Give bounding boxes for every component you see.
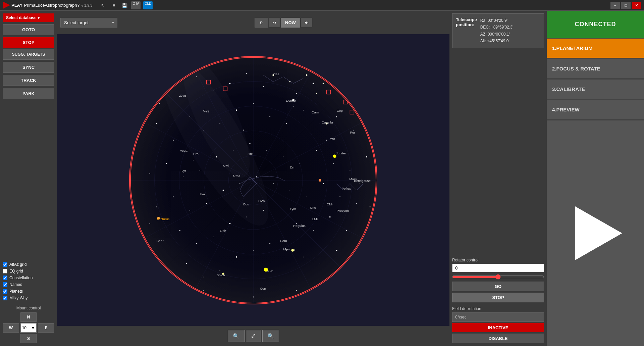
svg-point-82 bbox=[346, 230, 347, 231]
now-button[interactable]: NOW bbox=[281, 18, 300, 28]
south-button[interactable]: S bbox=[20, 334, 37, 343]
svg-text:Gyg: Gyg bbox=[203, 109, 209, 112]
svg-point-86 bbox=[203, 277, 204, 277]
field-derotation-label: Field de-rotation bbox=[452, 306, 544, 311]
overlay-checkboxes: AltAz grid EQ grid Constellation Names P… bbox=[3, 259, 54, 300]
svg-text:Dri: Dri bbox=[290, 165, 294, 169]
planetarium-nav-item[interactable]: 1.PLANETARIUM bbox=[547, 39, 644, 58]
svg-point-30 bbox=[156, 123, 157, 123]
app-logo: PLAY PrimaLuceAstrophotographY v 1.9.3 bbox=[3, 2, 92, 9]
focus-rotate-nav-item[interactable]: 2.FOCUS & ROTATE bbox=[547, 59, 644, 79]
milkyway-checkbox[interactable]: Milky Way bbox=[3, 296, 54, 300]
select-database-button[interactable]: Select database ▾ bbox=[3, 13, 54, 22]
cld-badge: CLD bbox=[143, 1, 153, 9]
svg-point-48 bbox=[216, 156, 217, 157]
svg-point-58 bbox=[156, 206, 157, 207]
park-button[interactable]: PARK bbox=[3, 88, 54, 99]
svg-point-22 bbox=[246, 73, 247, 73]
save-icon-btn[interactable]: 💾 bbox=[120, 1, 128, 9]
goto-button[interactable]: GOTO bbox=[3, 24, 54, 35]
preview-nav-item[interactable]: 4.PREVIEW bbox=[547, 100, 644, 120]
next-time-button[interactable]: ⏭ bbox=[301, 18, 312, 27]
track-button[interactable]: TRACK bbox=[3, 75, 54, 86]
svg-point-74 bbox=[213, 237, 214, 237]
star-map[interactable]: Cas Deneb Gyg Cep Per Capella Aur Cam Ju… bbox=[129, 56, 377, 304]
calibrate-nav-item[interactable]: 3.CALIBRATE bbox=[547, 80, 644, 99]
svg-point-81 bbox=[329, 216, 331, 217]
speed-selector[interactable]: 10▼ bbox=[20, 323, 37, 333]
disable-button[interactable]: DISABLE bbox=[452, 334, 544, 343]
dec-value: DEC: +89°59'02.3' bbox=[480, 24, 513, 31]
fullscreen-button[interactable]: ⤢ bbox=[246, 330, 261, 342]
svg-text:Dra: Dra bbox=[193, 152, 199, 156]
minimize-button[interactable]: − bbox=[610, 2, 620, 9]
title-bar: PLAY PrimaLuceAstrophotographY v 1.9.3 ↖… bbox=[0, 0, 644, 11]
rotation-rate-input[interactable] bbox=[452, 312, 544, 322]
svg-text:Oph: Oph bbox=[220, 229, 226, 233]
zoom-in-button[interactable]: 🔍 bbox=[262, 330, 279, 342]
constellation-checkbox[interactable]: Constellation bbox=[3, 276, 54, 280]
bottom-controls: 🔍 ⤢ 🔍 bbox=[57, 326, 449, 346]
target-selector[interactable]: Select target bbox=[60, 18, 117, 28]
svg-point-55 bbox=[333, 163, 334, 164]
svg-point-66 bbox=[289, 190, 290, 190]
altaz-grid-checkbox[interactable]: AltAz grid bbox=[3, 262, 54, 267]
svg-point-61 bbox=[206, 203, 207, 204]
close-button[interactable]: ✕ bbox=[632, 2, 641, 9]
svg-point-97 bbox=[193, 160, 194, 160]
svg-point-100 bbox=[326, 140, 327, 140]
settings-icon-btn[interactable]: ≡ bbox=[110, 1, 118, 9]
svg-point-77 bbox=[263, 210, 264, 211]
svg-point-107 bbox=[203, 290, 204, 291]
svg-point-104 bbox=[343, 283, 343, 284]
svg-point-24 bbox=[280, 80, 280, 80]
suggested-targets-button[interactable]: SUGG. TARGETS bbox=[3, 49, 54, 60]
svg-point-93 bbox=[320, 263, 320, 264]
svg-point-68 bbox=[323, 183, 324, 184]
svg-point-33 bbox=[203, 130, 204, 130]
svg-point-20 bbox=[213, 90, 214, 90]
connection-status: CONNECTED bbox=[547, 11, 644, 38]
svg-point-83 bbox=[363, 237, 364, 237]
east-button[interactable]: E bbox=[38, 323, 54, 333]
svg-point-17 bbox=[163, 83, 163, 84]
names-checkbox[interactable]: Names bbox=[3, 282, 54, 287]
mount-grid: N W 10▼ E S bbox=[3, 312, 54, 343]
svg-point-85 bbox=[186, 263, 187, 264]
svg-point-108 bbox=[163, 273, 163, 274]
svg-point-75 bbox=[229, 223, 230, 224]
svg-point-59 bbox=[173, 196, 174, 197]
svg-text:Jupiter: Jupiter bbox=[336, 151, 346, 155]
rotator-stop-button[interactable]: STOP bbox=[452, 293, 544, 302]
svg-text:Aur: Aur bbox=[330, 136, 335, 140]
sync-button[interactable]: SYNC bbox=[3, 62, 54, 73]
eq-grid-checkbox[interactable]: EQ grid bbox=[3, 269, 54, 274]
west-button[interactable]: W bbox=[3, 323, 19, 333]
svg-text:Spica: Spica bbox=[217, 273, 225, 277]
app-version: v 1.9.3 bbox=[81, 3, 92, 7]
title-icons: ↖ ≡ 💾 OTA CLD bbox=[99, 1, 153, 9]
svg-point-84 bbox=[169, 273, 170, 274]
right-info-panel: Telescope position: Ra: 00°04'20.9' DEC:… bbox=[449, 11, 547, 346]
prev-time-button[interactable]: ⏮ bbox=[269, 18, 280, 27]
rotator-value-input[interactable] bbox=[452, 264, 544, 272]
zoom-out-button[interactable]: 🔍 bbox=[228, 330, 245, 342]
cursor-icon-btn[interactable]: ↖ bbox=[99, 1, 107, 9]
stop-button[interactable]: STOP bbox=[3, 37, 54, 48]
svg-text:Procyon: Procyon bbox=[337, 209, 349, 212]
play-arrow-icon bbox=[575, 206, 622, 260]
svg-text:CrB: CrB bbox=[248, 152, 253, 156]
svg-text:Mars: Mars bbox=[349, 177, 357, 181]
north-button[interactable]: N bbox=[20, 312, 37, 322]
maximize-button[interactable]: □ bbox=[621, 2, 631, 9]
rotator-slider[interactable] bbox=[452, 274, 544, 280]
planets-checkbox[interactable]: Planets bbox=[3, 289, 54, 294]
svg-point-28 bbox=[346, 76, 347, 77]
rotator-go-button[interactable]: GO bbox=[452, 282, 544, 291]
svg-text:Gyg: Gyg bbox=[180, 94, 186, 97]
svg-point-113 bbox=[323, 83, 324, 84]
svg-text:Regulus: Regulus bbox=[293, 224, 305, 228]
telescope-label: Telescope position: bbox=[456, 17, 477, 27]
inactive-button[interactable]: INACTIVE bbox=[452, 323, 544, 332]
svg-point-69 bbox=[339, 196, 340, 197]
